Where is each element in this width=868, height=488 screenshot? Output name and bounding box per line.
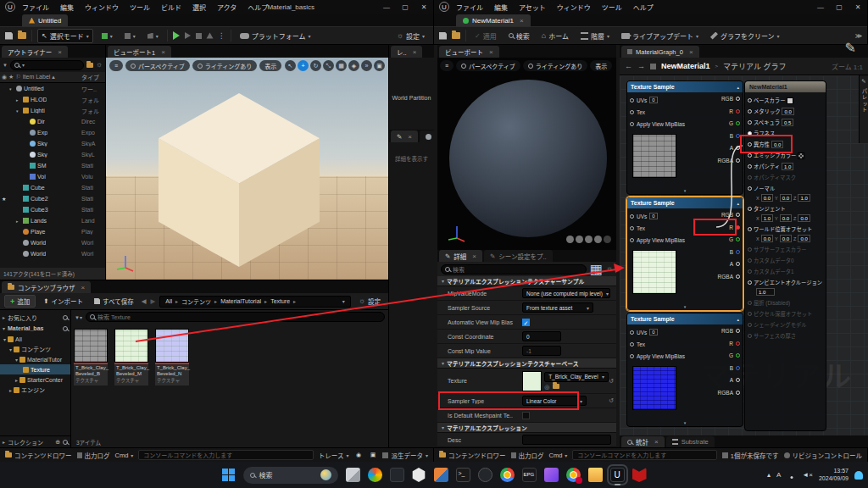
taskbar-app-icon[interactable] bbox=[544, 468, 559, 482]
close-button[interactable]: ✕ bbox=[849, 3, 867, 11]
close-icon[interactable]: × bbox=[654, 438, 659, 446]
close-icon[interactable]: × bbox=[689, 48, 693, 56]
asset-tile[interactable]: T_Brick_Clay_Beveled_M テクスチャ bbox=[114, 329, 148, 436]
start-button[interactable] bbox=[222, 469, 236, 482]
menu-item[interactable]: ヘルプ bbox=[633, 3, 654, 12]
result-node-header[interactable]: NewMaterial1 bbox=[745, 81, 826, 92]
material-input-pin[interactable]: ノーマル X0.0Y0.0Z1.0 bbox=[747, 183, 824, 203]
material-input-pin[interactable]: アンビエントオクルージョン 1.0 XYZ bbox=[747, 277, 824, 297]
outliner-row[interactable]: ▸ Lands Land bbox=[0, 215, 105, 226]
folder-tree-row[interactable]: ▸ エンジン bbox=[0, 385, 70, 395]
notification-bell-icon[interactable] bbox=[854, 471, 863, 480]
menu-item[interactable]: ファイル bbox=[22, 3, 49, 12]
live-update-button[interactable]: ライブアップデート▾ bbox=[618, 30, 702, 42]
play-button[interactable] bbox=[173, 31, 180, 40]
browse-to-asset-icon[interactable] bbox=[553, 384, 559, 389]
breadcrumb-item[interactable]: MaterialTutorial bbox=[220, 298, 261, 304]
eject-button[interactable] bbox=[206, 33, 213, 39]
add-collection-icon[interactable]: ⊕ bbox=[55, 439, 60, 446]
pin-circle-icon[interactable] bbox=[748, 131, 752, 136]
rotate-tool-icon[interactable]: ↻ bbox=[310, 60, 321, 71]
folder-tree-row[interactable]: ▸ StarterConter bbox=[0, 374, 70, 385]
outliner-tab[interactable]: アウトライナー× bbox=[2, 46, 68, 58]
import-button[interactable]: ⬆インポート bbox=[40, 295, 86, 308]
outliner-row[interactable]: Cube3 Stati bbox=[0, 204, 105, 215]
breadcrumb-item[interactable]: Texture bbox=[270, 298, 290, 304]
r-pin[interactable] bbox=[736, 341, 740, 346]
collections-row[interactable]: ▸コレクション⊕ bbox=[0, 435, 70, 447]
platforms-button[interactable]: プラットフォーム▾ bbox=[236, 30, 314, 42]
content-drawer-button[interactable]: コンテンツドロワー bbox=[439, 451, 506, 460]
menu-item[interactable]: ビルド bbox=[161, 3, 181, 12]
forward-icon[interactable]: ▶ bbox=[151, 297, 156, 305]
outliner-row[interactable]: ★ Cube2 Stati bbox=[0, 193, 105, 204]
reset-icon[interactable]: ↺ bbox=[609, 378, 614, 385]
rgb-pin[interactable] bbox=[736, 213, 740, 217]
scene-settings-tab[interactable]: ✎シーン設定をプ.. bbox=[484, 250, 553, 262]
auto-mip-bias-checkbox[interactable]: ✓ bbox=[522, 319, 530, 326]
uvs-pin[interactable] bbox=[630, 330, 634, 335]
material-input-pin[interactable]: ベースカラー XYZ bbox=[747, 95, 824, 106]
cube-actor[interactable] bbox=[159, 93, 320, 267]
output-log-button[interactable]: 出力ログ bbox=[511, 451, 544, 460]
filter-icon[interactable]: ▼▾ bbox=[75, 314, 82, 320]
substrate-tab[interactable]: Substrate bbox=[666, 436, 715, 447]
levels-tab[interactable]: レ..× bbox=[391, 46, 422, 58]
rgb-pin[interactable] bbox=[736, 97, 740, 101]
pin-column-icon[interactable]: ⚐ bbox=[15, 74, 20, 80]
collapse-icon[interactable]: ▴ bbox=[737, 317, 739, 322]
g-pin[interactable] bbox=[736, 121, 740, 125]
perspective-button[interactable]: パースペクティブ bbox=[125, 60, 190, 71]
material-input-pin[interactable]: エミッシブカラー XYZ bbox=[747, 150, 824, 161]
material-input-pin[interactable]: ラフネス XYZ bbox=[747, 128, 824, 139]
outliner-row[interactable]: Sky SkyL bbox=[0, 149, 105, 160]
cmd-dropdown[interactable]: Cmd▾ bbox=[549, 452, 568, 459]
grid-snap-icon[interactable]: ▦ bbox=[336, 60, 347, 71]
viewport-tab[interactable]: ビューポート1× bbox=[108, 46, 171, 58]
folder-tree-row[interactable]: Texture bbox=[0, 364, 70, 374]
folder-tree-row[interactable]: ▾ MaterialTutor bbox=[0, 354, 70, 364]
close-button[interactable]: ✕ bbox=[415, 3, 433, 11]
wifi-icon[interactable] bbox=[787, 472, 796, 479]
taskbar-app-icon[interactable] bbox=[368, 468, 382, 482]
const-mip-value-input[interactable]: -1 bbox=[522, 346, 561, 356]
outliner-row[interactable]: ▾ Lighti フォル bbox=[0, 105, 105, 116]
details-tab[interactable]: ✎× bbox=[391, 130, 418, 142]
cinematics-button[interactable]: ▾ bbox=[144, 31, 162, 41]
material-input-pin[interactable]: メタリック 0.0 XYZ bbox=[747, 106, 824, 117]
move-tool-icon[interactable]: + bbox=[298, 60, 309, 71]
save-icon[interactable] bbox=[439, 32, 447, 40]
tex-pin[interactable] bbox=[630, 110, 634, 114]
details-settings-icon[interactable]: ☼ bbox=[606, 265, 613, 273]
tray-expand-icon[interactable]: ▴ bbox=[767, 471, 771, 479]
outliner-row[interactable]: Cube Stati bbox=[0, 182, 105, 193]
r-pin[interactable] bbox=[736, 109, 740, 114]
expand-arrow-icon[interactable]: ▸ bbox=[16, 219, 21, 224]
settings-button[interactable]: ☼ 設定▾ bbox=[393, 30, 428, 42]
outliner-row[interactable]: Dir Direc bbox=[0, 116, 105, 127]
maximize-button[interactable]: ▢ bbox=[396, 3, 415, 11]
asset-tile[interactable]: T_Brick_Clay_Beveled_N テクスチャ bbox=[155, 329, 189, 436]
outliner-settings-icon[interactable]: ☼ bbox=[96, 61, 103, 69]
asset-thumbnail[interactable] bbox=[155, 329, 189, 363]
material-input-pin[interactable]: カスタムデータ0 XYZ bbox=[747, 255, 824, 266]
texture-sample-node[interactable]: Texture Sample▴ UVs0 Tex Apply View MipB… bbox=[626, 80, 743, 195]
pin-circle-icon[interactable] bbox=[748, 120, 752, 125]
preview-viewport[interactable]: ≡ パースペクティブ ライティングあり 表示 bbox=[437, 58, 616, 250]
menu-item[interactable]: アセット bbox=[519, 3, 546, 12]
item-label-column[interactable]: Item Label ▴ bbox=[23, 74, 80, 80]
pin-circle-icon[interactable] bbox=[748, 175, 752, 180]
breadcrumb-item[interactable]: コンテンツ bbox=[181, 297, 211, 306]
expand-icon[interactable]: ▾ bbox=[627, 188, 743, 193]
level-tab[interactable]: Untitled bbox=[22, 14, 68, 26]
pin-circle-icon[interactable] bbox=[748, 269, 752, 274]
details-search-input[interactable]: 検索 bbox=[441, 264, 587, 274]
sampler-type-select[interactable]: Linear Color▾ bbox=[522, 396, 587, 406]
rgba-pin[interactable] bbox=[736, 391, 740, 395]
clean-graph-button[interactable]: グラフをクリーン▾ bbox=[707, 30, 783, 42]
maximize-button[interactable]: ▢ bbox=[830, 3, 849, 11]
outliner-row[interactable]: Playe Play bbox=[0, 226, 105, 237]
camera-speed-icon[interactable]: » bbox=[361, 60, 372, 71]
add-button[interactable]: +追加 bbox=[4, 295, 36, 308]
content-browser-tab[interactable]: コンテンツブラウザ× bbox=[2, 281, 91, 293]
